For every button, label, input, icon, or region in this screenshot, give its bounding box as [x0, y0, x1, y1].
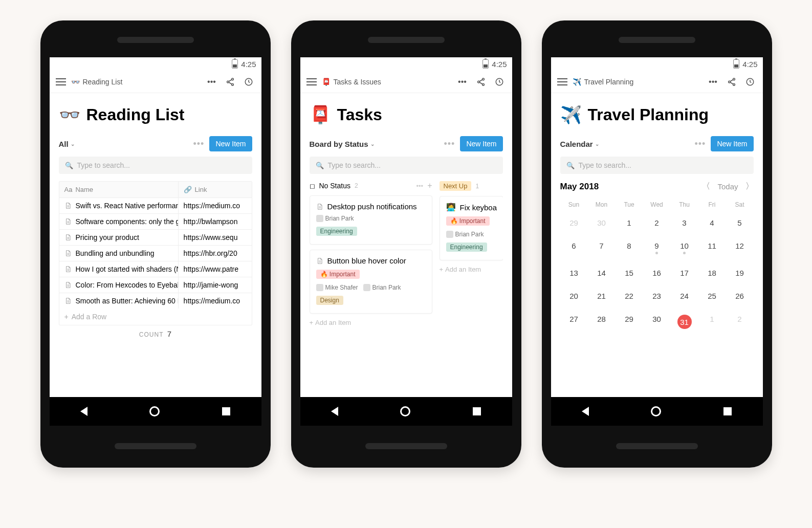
- nav-recent-button[interactable]: [473, 407, 481, 415]
- calendar-day[interactable]: 14: [588, 261, 616, 284]
- calendar-day[interactable]: 2: [643, 211, 671, 234]
- clock-icon[interactable]: [242, 75, 255, 89]
- calendar-day[interactable]: 29: [616, 307, 643, 336]
- calendar-day[interactable]: 30: [588, 211, 616, 234]
- calendar-day[interactable]: 1: [698, 307, 726, 336]
- calendar-day[interactable]: 30: [643, 307, 671, 336]
- calendar-day[interactable]: 3: [671, 211, 698, 234]
- nav-back-button[interactable]: [582, 407, 589, 416]
- calendar-day[interactable]: 25: [698, 284, 726, 307]
- calendar-prev-button[interactable]: 〈: [702, 181, 710, 192]
- nav-home-button[interactable]: [651, 406, 661, 416]
- menu-icon[interactable]: [56, 78, 66, 85]
- calendar-day[interactable]: 27: [560, 307, 588, 336]
- calendar-day[interactable]: 12: [726, 234, 754, 261]
- calendar-day[interactable]: 19: [726, 261, 754, 284]
- calendar-day[interactable]: 29: [560, 211, 588, 234]
- column-more-icon[interactable]: •••: [416, 182, 424, 190]
- add-row-button[interactable]: + Add a Row: [59, 309, 252, 325]
- column-add-icon[interactable]: +: [427, 181, 432, 190]
- column-header-name[interactable]: Aa Name: [59, 182, 179, 197]
- new-item-button[interactable]: New Item: [209, 136, 252, 151]
- day-number: 19: [735, 269, 744, 277]
- menu-icon[interactable]: [557, 78, 567, 85]
- search-input[interactable]: 🔍 Type to search...: [560, 157, 754, 174]
- view-more-icon[interactable]: •••: [694, 139, 706, 149]
- calendar-day[interactable]: 2: [726, 307, 754, 336]
- phone-speaker-bottom: [616, 443, 698, 449]
- calendar-day[interactable]: 16: [643, 261, 671, 284]
- header-title[interactable]: ✈️ Travel Planning: [573, 78, 634, 86]
- calendar-day[interactable]: 26: [726, 284, 754, 307]
- nav-home-button[interactable]: [400, 406, 410, 416]
- calendar-day[interactable]: 28: [588, 307, 616, 336]
- table-row[interactable]: How I got started with shaders (Non-Shtt…: [59, 261, 252, 277]
- search-input[interactable]: 🔍 Type to search...: [59, 157, 252, 174]
- calendar-day[interactable]: 13: [560, 261, 588, 284]
- more-icon[interactable]: •••: [205, 75, 218, 89]
- share-icon[interactable]: [725, 75, 738, 89]
- header-title[interactable]: 👓 Reading List: [71, 78, 123, 86]
- board-card[interactable]: 👩‍💻Fix keyboa🔥 ImportantBrian ParkEngine…: [440, 196, 503, 260]
- nav-recent-button[interactable]: [723, 407, 732, 415]
- clock-icon[interactable]: [743, 75, 757, 89]
- new-item-button[interactable]: New Item: [460, 136, 502, 151]
- nav-back-button[interactable]: [331, 407, 338, 416]
- calendar-day[interactable]: 24: [671, 284, 698, 307]
- table-row[interactable]: Color: From Hexcodes to Eyeballshttp://j…: [59, 277, 252, 293]
- calendar-today-button[interactable]: Today: [717, 182, 738, 191]
- calendar-day[interactable]: 9: [643, 234, 671, 261]
- board-card[interactable]: Button blue hover color🔥 ImportantMike S…: [310, 250, 432, 314]
- calendar-day[interactable]: 10: [671, 234, 698, 261]
- table-row[interactable]: Bundling and unbundlinghttps://hbr.org/2…: [59, 246, 252, 261]
- calendar-day[interactable]: 20: [560, 284, 588, 307]
- calendar-day[interactable]: 31: [671, 307, 698, 336]
- day-number: 2: [654, 218, 659, 227]
- more-icon[interactable]: •••: [456, 75, 469, 89]
- view-selector[interactable]: Calendar ⌄: [560, 140, 599, 148]
- add-item-button[interactable]: + Add an Item: [310, 319, 432, 326]
- table-row[interactable]: Smooth as Butter: Achieving 60 FPS Ahttp…: [59, 293, 252, 309]
- menu-icon[interactable]: [306, 78, 317, 85]
- view-selector[interactable]: All ⌄: [59, 140, 75, 148]
- share-icon[interactable]: [224, 75, 237, 89]
- calendar-day[interactable]: 7: [588, 234, 616, 261]
- chevron-down-icon: ⌄: [71, 141, 75, 147]
- calendar-day[interactable]: 18: [698, 261, 726, 284]
- calendar-day[interactable]: 5: [726, 211, 754, 234]
- clock-icon[interactable]: [493, 75, 506, 89]
- nav-home-button[interactable]: [149, 406, 160, 416]
- calendar-day[interactable]: 11: [698, 234, 726, 261]
- new-item-button[interactable]: New Item: [711, 136, 753, 151]
- search-input[interactable]: 🔍 Type to search...: [310, 157, 503, 174]
- view-more-icon[interactable]: •••: [444, 139, 455, 149]
- board-card[interactable]: Desktop push notificationsBrian ParkEngi…: [310, 195, 432, 245]
- calendar-day[interactable]: 8: [616, 234, 643, 261]
- calendar-day[interactable]: 21: [588, 284, 616, 307]
- plus-icon: +: [440, 266, 444, 273]
- calendar-day[interactable]: 6: [560, 234, 588, 261]
- calendar-day[interactable]: 15: [616, 261, 643, 284]
- calendar-day[interactable]: 1: [616, 211, 643, 234]
- cell-name: Smooth as Butter: Achieving 60 FPS A: [59, 293, 179, 309]
- calendar-day[interactable]: 17: [671, 261, 698, 284]
- card-assignees: Brian Park: [316, 215, 426, 222]
- svg-line-23: [479, 79, 482, 81]
- nav-back-button[interactable]: [80, 407, 87, 416]
- calendar-day[interactable]: 4: [698, 211, 726, 234]
- more-icon[interactable]: •••: [707, 75, 720, 89]
- table-row[interactable]: Software components: only the giantshttp…: [59, 214, 252, 230]
- view-more-icon[interactable]: •••: [193, 139, 204, 149]
- column-header-link[interactable]: 🔗 Link: [179, 182, 252, 197]
- nav-recent-button[interactable]: [222, 407, 230, 415]
- header-title[interactable]: 📮 Tasks & Issues: [322, 78, 381, 86]
- table-row[interactable]: Pricing your producthttps://www.sequ: [59, 230, 252, 246]
- calendar-dow: Fri: [698, 198, 726, 211]
- share-icon[interactable]: [474, 75, 488, 89]
- calendar-day[interactable]: 23: [643, 284, 671, 307]
- calendar-next-button[interactable]: 〉: [745, 181, 754, 192]
- view-selector[interactable]: Board by Status ⌄: [310, 140, 375, 148]
- calendar-day[interactable]: 22: [616, 284, 643, 307]
- add-item-button[interactable]: + Add an Item: [440, 266, 503, 273]
- table-row[interactable]: Swift vs. React Native performancehttps:…: [59, 198, 252, 214]
